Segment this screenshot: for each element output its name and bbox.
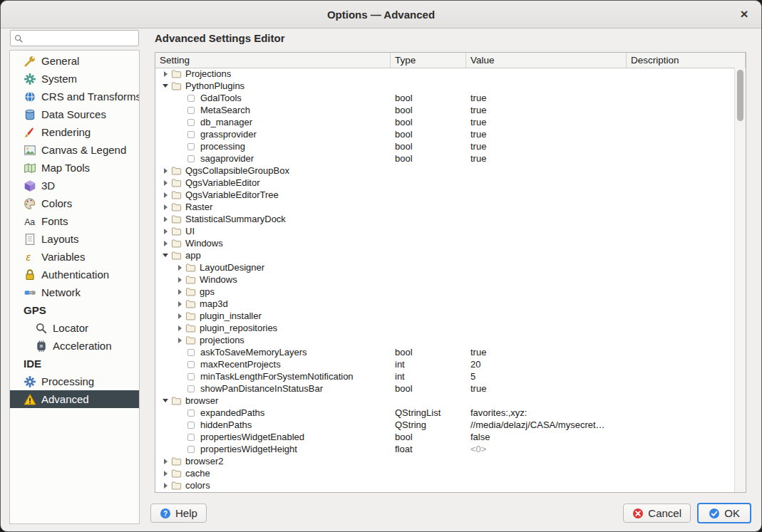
- sidebar-item-rendering[interactable]: Rendering: [10, 123, 139, 141]
- sidebar-section-gps[interactable]: GPS: [10, 301, 139, 319]
- column-header-description[interactable]: Description: [627, 53, 746, 68]
- expander-collapsed-icon[interactable]: [174, 286, 185, 298]
- setting-name: propertiesWidgetEnabled: [200, 432, 304, 442]
- expander-expanded-icon[interactable]: [160, 80, 171, 92]
- tree-row[interactable]: askToSaveMemoryLayersbooltrue: [155, 346, 735, 358]
- sidebar-section-ide[interactable]: IDE: [10, 355, 139, 372]
- tree-row[interactable]: propertiesWidgetHeightfloat<0>: [155, 443, 735, 455]
- sidebar-item-authentication[interactable]: Authentication: [10, 266, 139, 283]
- folder-icon: [185, 274, 196, 285]
- sidebar-item-locator[interactable]: Locator: [10, 319, 139, 337]
- tree-row[interactable]: grassproviderbooltrue: [155, 128, 735, 140]
- close-icon[interactable]: ×: [736, 6, 753, 23]
- tree-row[interactable]: cache: [155, 467, 735, 479]
- sidebar-item-variables[interactable]: εVariables: [10, 248, 139, 266]
- sidebar-item-processing[interactable]: Processing: [10, 372, 139, 390]
- expander-collapsed-icon[interactable]: [160, 68, 171, 80]
- sidebar-item-3d[interactable]: 3D: [10, 177, 139, 194]
- sidebar-item-canvas-legend[interactable]: Canvas & Legend: [10, 141, 139, 159]
- tree-row[interactable]: processingbooltrue: [155, 140, 735, 152]
- sidebar-item-layouts[interactable]: Layouts: [10, 230, 139, 248]
- expander-collapsed-icon[interactable]: [174, 323, 185, 334]
- ok-button[interactable]: OK: [697, 503, 751, 523]
- expander-collapsed-icon[interactable]: [160, 202, 171, 213]
- setting-checkbox-icon: [187, 446, 195, 453]
- expander-collapsed-icon[interactable]: [174, 311, 185, 322]
- sidebar-item-crs-and-transforms[interactable]: CRS and Transforms: [10, 88, 139, 105]
- tree-row[interactable]: plugin_installer: [155, 310, 735, 322]
- cancel-button[interactable]: Cancel: [623, 504, 691, 523]
- column-header-value[interactable]: Value: [466, 53, 627, 68]
- tree-row[interactable]: QgsVariableEditor: [155, 177, 735, 189]
- sidebar-item-map-tools[interactable]: Map Tools: [10, 159, 139, 177]
- tree-row[interactable]: db_managerbooltrue: [155, 116, 735, 128]
- tree-row[interactable]: MetaSearchbooltrue: [155, 104, 735, 116]
- column-header-type[interactable]: Type: [391, 53, 466, 68]
- expander-collapsed-icon[interactable]: [174, 298, 185, 310]
- tree-row[interactable]: StatisticalSummaryDock: [155, 213, 735, 225]
- expander-collapsed-icon[interactable]: [160, 177, 171, 189]
- tree-row[interactable]: Projections: [155, 68, 735, 80]
- expander-collapsed-icon[interactable]: [160, 480, 171, 491]
- titlebar[interactable]: Options — Advanced ×: [1, 1, 761, 28]
- tree-row[interactable]: hiddenPathsQString//media/delazj/CASA/my…: [155, 419, 735, 431]
- tree-row[interactable]: GdalToolsbooltrue: [155, 92, 735, 104]
- expander-collapsed-icon[interactable]: [160, 468, 171, 479]
- tree-row[interactable]: browser: [155, 395, 735, 407]
- expander-collapsed-icon[interactable]: [174, 262, 185, 273]
- column-header-setting[interactable]: Setting: [155, 53, 391, 68]
- tree-row[interactable]: Raster: [155, 201, 735, 213]
- vertical-scrollbar[interactable]: [734, 68, 746, 492]
- tree-row[interactable]: sagaproviderbooltrue: [155, 152, 735, 165]
- tree-row[interactable]: map3d: [155, 298, 735, 310]
- expander-collapsed-icon[interactable]: [160, 238, 171, 249]
- setting-cell: map3d: [155, 298, 391, 310]
- tree-row[interactable]: propertiesWidgetEnabledboolfalse: [155, 431, 735, 443]
- three-d-icon: [24, 179, 36, 192]
- folder-icon: [171, 68, 182, 79]
- sidebar-item-system[interactable]: System: [10, 70, 139, 88]
- sidebar-item-acceleration[interactable]: Acceleration: [10, 337, 139, 355]
- tree-row[interactable]: gps: [155, 286, 735, 298]
- tree-row[interactable]: maxRecentProjectsint20: [155, 358, 735, 370]
- tree-row[interactable]: UI: [155, 225, 735, 237]
- sidebar-item-data-sources[interactable]: Data Sources: [10, 105, 139, 123]
- cancel-icon: [632, 508, 644, 519]
- expander-collapsed-icon[interactable]: [174, 274, 185, 286]
- tree-row[interactable]: Windows: [155, 237, 735, 249]
- expander-collapsed-icon[interactable]: [160, 226, 171, 237]
- tree-row[interactable]: browser2: [155, 455, 735, 467]
- sidebar-item-colors[interactable]: Colors: [10, 194, 139, 212]
- expander-expanded-icon[interactable]: [160, 250, 171, 261]
- tree-row[interactable]: projections: [155, 334, 735, 346]
- tree-row[interactable]: LayoutDesigner: [155, 261, 735, 273]
- sidebar-item-advanced[interactable]: Advanced: [10, 390, 139, 408]
- network-icon: [24, 286, 36, 299]
- setting-cell: PythonPlugins: [155, 80, 391, 92]
- tree-row[interactable]: QgsVariableEditorTree: [155, 189, 735, 201]
- folder-icon: [171, 214, 182, 224]
- sidebar-search[interactable]: [10, 30, 139, 46]
- scrollbar-thumb[interactable]: [737, 70, 743, 121]
- sidebar-item-network[interactable]: Network: [10, 283, 139, 301]
- tree-row[interactable]: QgsCollapsibleGroupBox: [155, 165, 735, 177]
- tree-row[interactable]: Windows: [155, 273, 735, 286]
- expander-collapsed-icon[interactable]: [160, 165, 171, 177]
- tree-row[interactable]: minTaskLengthForSystemNotificationint5: [155, 370, 735, 382]
- sidebar-item-fonts[interactable]: AaFonts: [10, 212, 139, 230]
- tree-row[interactable]: app: [155, 249, 735, 261]
- expander-collapsed-icon[interactable]: [160, 214, 171, 225]
- tree-row[interactable]: colors: [155, 479, 735, 491]
- expander-collapsed-icon[interactable]: [174, 335, 185, 346]
- tree-row[interactable]: expandedPathsQStringListfavorites:,xyz:: [155, 407, 735, 419]
- expander-expanded-icon[interactable]: [160, 395, 171, 407]
- folder-icon: [171, 177, 182, 188]
- help-button[interactable]: ? Help: [150, 504, 207, 523]
- expander-collapsed-icon[interactable]: [160, 456, 171, 467]
- tree-row[interactable]: plugin_repositories: [155, 322, 735, 334]
- tree-row[interactable]: showPanDistanceInStatusBarbooltrue: [155, 382, 735, 395]
- search-input[interactable]: [26, 32, 138, 44]
- tree-row[interactable]: PythonPlugins: [155, 80, 735, 92]
- sidebar-item-general[interactable]: General: [10, 52, 139, 70]
- expander-collapsed-icon[interactable]: [160, 189, 171, 201]
